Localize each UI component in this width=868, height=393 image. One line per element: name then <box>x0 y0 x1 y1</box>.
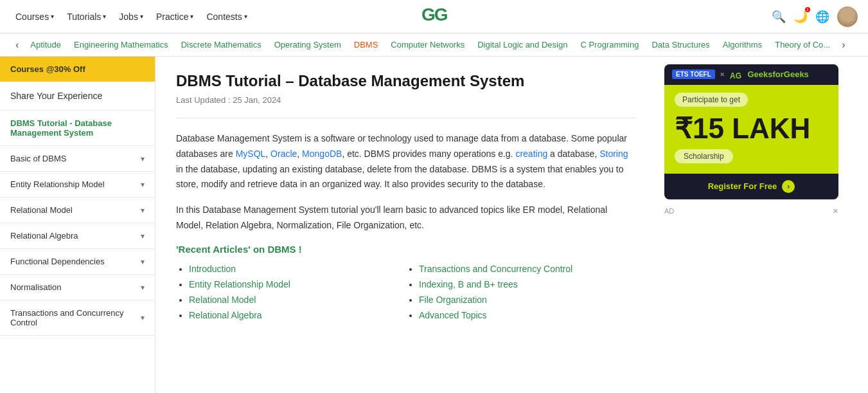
last-updated: Last Updated : 25 Jan, 2024 <box>176 95 636 105</box>
sidebar-functional-deps-label: Functional Dependencies <box>10 257 105 266</box>
subnav-discrete-math[interactable]: Discrete Mathematics <box>175 33 268 57</box>
sidebar-relational-model-label: Relational Model <box>10 205 73 215</box>
sidebar-basic-dbms[interactable]: Basic of DBMS ▾ <box>0 146 155 172</box>
main-layout: Courses @30% Off Share Your Experience D… <box>0 57 868 393</box>
courses-chevron-icon: ▾ <box>51 13 54 20</box>
list-item: Indexing, B and B+ trees <box>419 279 636 289</box>
subnav-algorithms[interactable]: Algorithms <box>716 33 768 57</box>
ad-footer[interactable]: Register For Free › <box>664 174 838 199</box>
sidebar-functional-deps[interactable]: Functional Dependencies ▾ <box>0 249 155 275</box>
basic-dbms-chevron-icon: ▾ <box>141 154 145 163</box>
nav-contests[interactable]: Contests ▾ <box>201 9 252 24</box>
list-item: Entity Relationship Model <box>189 279 406 289</box>
list-item: Transactions and Concurrency Control <box>419 264 636 274</box>
intro-paragraph-2: In this Database Management System tutor… <box>176 203 636 233</box>
list-item: Advanced Topics <box>419 310 636 320</box>
subnav-prev-arrow[interactable]: ‹ <box>10 39 24 51</box>
sidebar-share-label: Share Your Experience <box>10 91 102 101</box>
subnav-aptitude[interactable]: Aptitude <box>24 33 67 57</box>
dark-mode-icon[interactable]: 🌙 1 <box>793 10 808 24</box>
nav-courses-label: Courses <box>15 12 49 22</box>
sidebar-relational-model[interactable]: Relational Model ▾ <box>0 197 155 223</box>
article-introduction-link[interactable]: Introduction <box>189 264 236 274</box>
sidebar-transactions[interactable]: Transactions and Concurrency Control ▾ <box>0 300 155 336</box>
entity-relationship-chevron-icon: ▾ <box>141 180 145 189</box>
sidebar-relational-algebra[interactable]: Relational Algebra ▾ <box>0 223 155 249</box>
sidebar-relational-algebra-label: Relational Algebra <box>10 231 78 241</box>
article-relational-algebra-link[interactable]: Relational Algebra <box>189 310 262 320</box>
nav-jobs-label: Jobs <box>119 12 138 22</box>
articles-grid: Introduction Entity Relationship Model R… <box>176 264 636 325</box>
main-nav: Courses ▾ Tutorials ▾ Jobs ▾ Practice ▾ … <box>10 9 772 24</box>
transactions-chevron-icon: ▾ <box>141 313 145 322</box>
list-item: Relational Algebra <box>189 310 406 320</box>
article-entity-relationship-link[interactable]: Entity Relationship Model <box>189 279 290 289</box>
sidebar-basic-dbms-label: Basic of DBMS <box>10 154 66 163</box>
sidebar-active-label: DBMS Tutorial - Database Management Syst… <box>10 118 112 138</box>
contests-chevron-icon: ▾ <box>244 13 247 20</box>
sidebar-normalisation[interactable]: Normalisation ▾ <box>0 275 155 300</box>
sidebar-active-item[interactable]: DBMS Tutorial - Database Management Syst… <box>0 111 155 146</box>
nav-contests-label: Contests <box>206 12 242 22</box>
storing-link[interactable]: Storing <box>599 149 628 159</box>
nav-courses[interactable]: Courses ▾ <box>10 9 59 24</box>
search-icon[interactable]: 🔍 <box>772 10 786 24</box>
header-right: 🔍 🌙 1 🌐 <box>772 6 858 27</box>
article-relational-model-link[interactable]: Relational Model <box>189 295 256 305</box>
subnav-computer-networks[interactable]: Computer Networks <box>384 33 471 57</box>
subnav-engineering-math[interactable]: Engineering Mathematics <box>67 33 175 57</box>
ad-scholarship-text: Scholarship <box>675 149 733 163</box>
mongodb-link[interactable]: MongoDB <box>302 149 342 159</box>
article-indexing-link[interactable]: Indexing, B and B+ trees <box>419 279 518 289</box>
content-divider <box>176 118 636 118</box>
sidebar-entity-relationship[interactable]: Entity Relationship Model ▾ <box>0 172 155 197</box>
article-transactions-link[interactable]: Transactions and Concurrency Control <box>419 264 572 274</box>
intro-paragraph-1: Database Management System is a software… <box>176 131 636 192</box>
subnav-dbms[interactable]: DBMS <box>348 33 385 57</box>
subnav-theory[interactable]: Theory of Co... <box>768 33 837 57</box>
ad-close-icon[interactable]: ✕ <box>833 207 838 215</box>
ad-x-separator: × <box>720 70 725 79</box>
relational-algebra-chevron-icon: ▾ <box>141 232 145 241</box>
relational-model-chevron-icon: ▾ <box>141 206 145 215</box>
sidebar-normalisation-label: Normalisation <box>10 282 61 292</box>
ad-participate-text: Participate to get <box>675 93 748 107</box>
sidebar-share[interactable]: Share Your Experience <box>0 82 155 111</box>
oracle-link[interactable]: Oracle <box>270 149 297 159</box>
article-advanced-topics-link[interactable]: Advanced Topics <box>419 310 487 320</box>
mysql-link[interactable]: MySQL <box>236 149 266 159</box>
articles-list-right: Transactions and Concurrency Control Ind… <box>406 264 636 320</box>
subnav-bar: ‹ Aptitude Engineering Mathematics Discr… <box>0 33 868 57</box>
ad-register-label: Register For Free <box>708 181 777 191</box>
recent-articles-heading: 'Recent Articles' on DBMS ! <box>176 244 636 255</box>
nav-tutorials-label: Tutorials <box>67 12 101 22</box>
normalisation-chevron-icon: ▾ <box>141 283 145 292</box>
subnav-c-programming[interactable]: C Programming <box>574 33 645 57</box>
subnav-operating-system[interactable]: Operating System <box>268 33 348 57</box>
nav-practice[interactable]: Practice ▾ <box>151 9 199 24</box>
list-item: Relational Model <box>189 295 406 305</box>
nav-tutorials[interactable]: Tutorials ▾ <box>62 9 111 24</box>
site-logo[interactable]: GG <box>419 4 450 29</box>
nav-jobs[interactable]: Jobs ▾ <box>114 9 148 24</box>
page-title: DBMS Tutorial – Database Management Syst… <box>176 72 636 90</box>
main-content: DBMS Tutorial – Database Management Syst… <box>155 57 657 393</box>
creating-link[interactable]: creating <box>515 149 547 159</box>
subnav-digital-logic[interactable]: Digital Logic and Design <box>471 33 574 57</box>
sidebar: Courses @30% Off Share Your Experience D… <box>0 57 155 393</box>
sidebar-courses-btn[interactable]: Courses @30% Off <box>0 57 155 82</box>
ad-body: Participate to get ₹15 LAKH Scholarship <box>664 85 838 174</box>
subnav-next-arrow[interactable]: › <box>837 39 850 51</box>
article-file-organization-link[interactable]: File Organization <box>419 295 487 305</box>
articles-list-left: Introduction Entity Relationship Model R… <box>176 264 406 320</box>
avatar-image <box>837 6 858 27</box>
subnav-data-structures[interactable]: Data Structures <box>645 33 716 57</box>
ad-label-row: AD ✕ <box>664 205 838 218</box>
ad-label: AD <box>664 207 674 215</box>
articles-col-right: Transactions and Concurrency Control Ind… <box>406 264 636 325</box>
ad-header: ETS TOEFL × AG GeeksforGeeks <box>664 64 838 85</box>
avatar[interactable] <box>837 6 858 27</box>
translate-icon[interactable]: 🌐 <box>815 10 829 24</box>
nav-practice-label: Practice <box>156 12 189 22</box>
toefl-badge: ETS TOEFL <box>672 69 715 79</box>
